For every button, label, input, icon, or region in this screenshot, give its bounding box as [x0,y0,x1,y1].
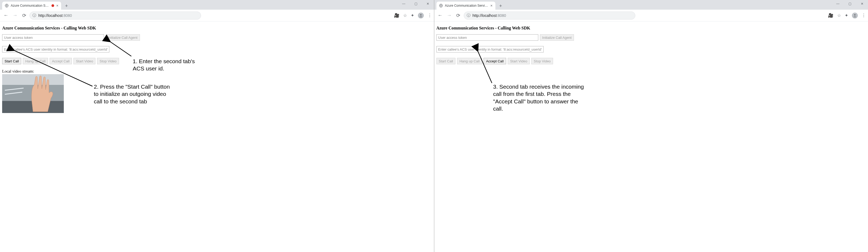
initialize-call-agent-button[interactable]: Initialize Call Agent [540,34,574,41]
minimize-button[interactable]: — [398,0,410,7]
right-browser-window: Azure Communication Services × + — ▢ ✕ ←… [434,0,868,252]
call-buttons-row: Start Call Hang up Call Accept Call Star… [2,58,432,64]
callee-input[interactable] [2,46,110,52]
local-video-stream [2,74,64,113]
window-controls: — ▢ ✕ [832,0,868,7]
profile-avatar-icon[interactable] [852,12,858,19]
new-tab-button[interactable]: + [63,2,70,10]
new-tab-button[interactable]: + [497,2,504,10]
page-title: Azure Communication Services - Calling W… [2,26,432,31]
stop-video-button[interactable]: Stop Video [531,58,553,64]
back-button[interactable]: ← [2,12,10,19]
camera-indicator-icon[interactable]: 🎥 [394,13,399,18]
hang-up-call-button[interactable]: Hang up Call [23,58,48,64]
close-tab-icon[interactable]: × [56,3,58,8]
browser-tab[interactable]: Azure Communication Servic × [2,2,61,10]
page-content: Azure Communication Services - Calling W… [0,22,434,116]
callee-row [436,46,866,52]
extensions-icon[interactable]: ✦ [845,13,848,18]
url-host: http://localhost [38,13,62,18]
url-text: http://localhost:8080 [38,13,72,18]
address-bar[interactable]: ⓘ http://localhost:8080 [30,11,201,20]
tab-strip: Azure Communication Servic × + — ▢ ✕ [0,0,434,10]
stop-video-button[interactable]: Stop Video [97,58,119,64]
browser-chrome: Azure Communication Servic × + — ▢ ✕ ← →… [0,0,434,22]
annotation-text-3: 3. Second tab receives the incoming call… [493,83,590,112]
url-text: http://localhost:8080 [473,13,506,18]
local-video-label: Local video stream: [2,69,432,74]
tab-strip: Azure Communication Services × + — ▢ ✕ [434,0,868,10]
globe-icon [439,4,443,7]
annotation-text-2: 2. Press the "Start Call" button to init… [94,83,174,105]
forward-button[interactable]: → [445,12,453,19]
svg-point-10 [854,14,856,15]
globe-icon [5,4,8,7]
left-browser-window: Azure Communication Servic × + — ▢ ✕ ← →… [0,0,434,252]
token-row: Initialize Call Agent [2,34,432,41]
token-input[interactable] [436,34,538,41]
accept-call-button[interactable]: Accept Call [50,58,72,64]
site-info-icon[interactable]: ⓘ [32,13,36,18]
maximize-button[interactable]: ▢ [410,0,422,7]
extensions-icon[interactable]: ✦ [411,13,414,18]
maximize-button[interactable]: ▢ [844,0,856,7]
page-title: Azure Communication Services - Calling W… [436,26,866,31]
page-content: Azure Communication Services - Calling W… [434,22,868,72]
camera-indicator-icon[interactable]: 🎥 [828,13,833,18]
start-video-button[interactable]: Start Video [508,58,530,64]
toolbar-icons: 🎥 ☆ ✦ ⋮ [394,12,432,19]
browser-chrome: Azure Communication Services × + — ▢ ✕ ←… [434,0,868,22]
close-tab-icon[interactable]: × [490,3,492,8]
url-port: :8080 [62,13,72,18]
close-window-button[interactable]: ✕ [856,0,868,7]
forward-button[interactable]: → [11,12,19,19]
url-port: :8080 [497,13,506,18]
svg-point-1 [420,14,422,15]
address-bar-row: ← → ⟳ ⓘ http://localhost:8080 🎥 ☆ ✦ ⋮ [0,10,434,22]
minimize-button[interactable]: — [832,0,844,7]
bookmark-icon[interactable]: ☆ [837,13,841,18]
close-window-button[interactable]: ✕ [422,0,434,7]
callee-row [2,46,432,52]
back-button[interactable]: ← [436,12,444,19]
address-bar-row: ← → ⟳ ⓘ http://localhost:8080 🎥 ☆ ✦ ⋮ [434,10,868,22]
token-row: Initialize Call Agent [436,34,866,41]
callee-input[interactable] [436,46,544,52]
reload-button[interactable]: ⟳ [455,12,462,19]
recording-indicator-icon [52,4,54,7]
initialize-call-agent-button[interactable]: Initialize Call Agent [105,34,140,41]
address-bar[interactable]: ⓘ http://localhost:8080 [464,11,635,20]
svg-rect-4 [2,74,64,85]
tab-title: Azure Communication Servic [11,4,49,7]
site-info-icon[interactable]: ⓘ [467,13,470,18]
hang-up-call-button[interactable]: Hang up Call [457,58,482,64]
toolbar-icons: 🎥 ☆ ✦ ⋮ [828,12,866,19]
accept-call-button[interactable]: Accept Call [484,58,506,64]
profile-avatar-icon[interactable] [418,12,424,19]
browser-tab[interactable]: Azure Communication Services × [436,2,495,10]
call-buttons-row: Start Call Hang up Call Accept Call Star… [436,58,866,64]
start-video-button[interactable]: Start Video [73,58,95,64]
window-controls: — ▢ ✕ [398,0,434,7]
url-host: http://localhost [473,13,497,18]
token-input[interactable] [2,34,104,41]
bookmark-icon[interactable]: ☆ [403,13,407,18]
chrome-menu-icon[interactable]: ⋮ [428,13,432,18]
start-call-button[interactable]: Start Call [436,58,456,64]
tab-title: Azure Communication Services [445,4,488,7]
annotation-text-1: 1. Enter the second tab's ACS user id. [133,58,203,72]
start-call-button[interactable]: Start Call [2,58,21,64]
chrome-menu-icon[interactable]: ⋮ [862,13,866,18]
reload-button[interactable]: ⟳ [20,12,28,19]
